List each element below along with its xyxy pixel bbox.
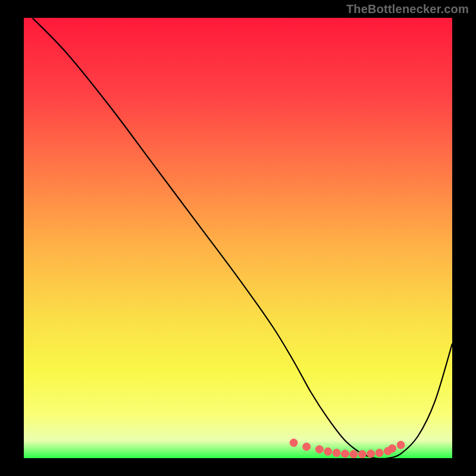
chart-frame: TheBottlenecker.com xyxy=(0,0,476,476)
curve-marker xyxy=(333,449,340,457)
gradient-background xyxy=(24,18,452,458)
bottleneck-chart xyxy=(24,18,452,458)
curve-marker xyxy=(303,443,311,450)
curve-marker xyxy=(324,447,332,455)
curve-marker xyxy=(389,444,396,452)
curve-marker xyxy=(315,446,323,453)
plot-area xyxy=(24,18,452,458)
curve-marker xyxy=(358,450,366,458)
curve-marker xyxy=(375,449,383,457)
curve-marker xyxy=(397,441,405,449)
curve-marker xyxy=(342,450,349,458)
watermark-text: TheBottlenecker.com xyxy=(346,2,469,16)
curve-marker xyxy=(367,450,375,458)
curve-marker xyxy=(290,439,298,447)
curve-marker xyxy=(350,450,358,458)
